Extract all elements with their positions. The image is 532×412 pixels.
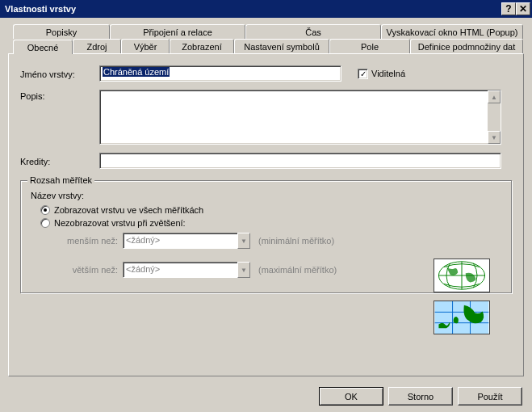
visible-label: Viditelná — [371, 69, 405, 78]
cancel-button[interactable]: Storno — [388, 387, 453, 406]
visible-checkbox[interactable]: ✓ — [358, 69, 368, 79]
min-scale-label: menším než: — [55, 236, 123, 246]
layer-name-label: Jméno vrstvy: — [20, 68, 99, 79]
max-scale-label: větším než: — [55, 265, 123, 275]
tab-zdroj[interactable]: Zdroj — [73, 39, 121, 53]
scale-subheading: Název vrstvy: — [31, 191, 501, 200]
radio-limited-scales-label: Nezobrazovat vrstvu při zvětšení: — [54, 218, 186, 228]
scroll-down-icon[interactable]: ▼ — [488, 131, 501, 144]
radio-all-scales[interactable] — [40, 205, 50, 215]
popis-label: Popis: — [20, 90, 99, 101]
kredity-label: Kredity: — [20, 155, 99, 166]
tab-popup[interactable]: Vyskakovací okno HTML (Popup) — [381, 24, 523, 39]
tab-cas[interactable]: Čas — [245, 24, 381, 39]
tab-definice[interactable]: Definice podmnožiny dat — [410, 39, 523, 53]
map-thumbnail-icon — [434, 301, 490, 334]
tab-pole[interactable]: Pole — [329, 39, 410, 53]
ok-button[interactable]: OK — [319, 387, 383, 406]
tab-pripojeni[interactable]: Připojení a relace — [110, 24, 245, 39]
title-bar: Vlastnosti vrstvy ? ✕ — [0, 0, 532, 18]
max-scale-hint: (maximální měřítko) — [258, 265, 337, 275]
globe-thumbnail-icon — [434, 259, 490, 292]
radio-limited-scales[interactable] — [40, 218, 50, 228]
min-scale-hint: (minimální měřítko) — [258, 236, 334, 246]
tab-zobrazeni[interactable]: Zobrazení — [170, 39, 234, 53]
tab-vyber[interactable]: Výběr — [121, 39, 170, 53]
kredity-input[interactable] — [99, 153, 501, 169]
help-button[interactable]: ? — [501, 2, 516, 15]
tab-popisky[interactable]: Popisky — [13, 24, 110, 39]
window-title: Vlastnosti vrstvy — [5, 4, 501, 14]
scale-range-group: Rozsah měřítek Název vrstvy: Zobrazovat … — [20, 180, 512, 293]
chevron-down-icon[interactable]: ▼ — [237, 262, 250, 278]
min-scale-combo[interactable]: <žádný> ▼ — [123, 233, 250, 249]
max-scale-combo[interactable]: <žádný> ▼ — [123, 262, 250, 278]
close-button[interactable]: ✕ — [516, 2, 530, 15]
popis-textarea[interactable]: ▲ ▼ — [99, 90, 501, 145]
radio-all-scales-label: Zobrazovat vrstvu ve všech měřítkách — [54, 205, 203, 215]
chevron-down-icon[interactable]: ▼ — [237, 233, 250, 249]
tab-nastaveni-symbolu[interactable]: Nastavení symbolů — [234, 39, 329, 53]
scrollbar-vertical[interactable]: ▲ ▼ — [488, 90, 501, 144]
layer-name-input[interactable]: Chráněná území — [99, 65, 341, 82]
apply-button[interactable]: Použít — [458, 387, 522, 406]
scale-range-title: Rozsah měřítek — [27, 175, 94, 185]
scroll-up-icon[interactable]: ▲ — [488, 90, 501, 103]
tab-content-obecne: Jméno vrstvy: Chráněná území ✓ Viditelná… — [8, 53, 524, 376]
tab-obecne[interactable]: Obecné — [13, 40, 73, 54]
